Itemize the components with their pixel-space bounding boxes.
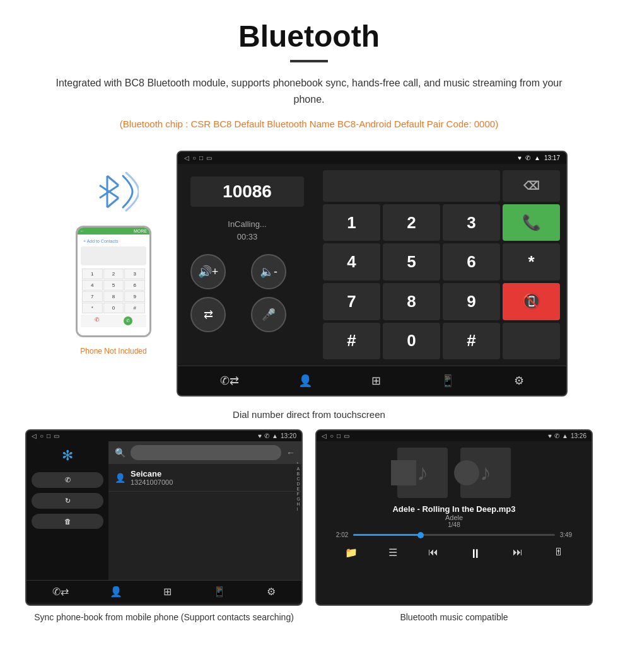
progress-fill — [353, 534, 424, 536]
contact-sidebar: ✻ ✆ ↻ 🗑 — [26, 441, 108, 580]
next-button[interactable]: ⏭ — [513, 547, 523, 561]
search-input-display[interactable] — [131, 445, 281, 460]
song-title: Adele - Rolling In the Deep.mp3 — [392, 504, 515, 514]
music-info: Adele - Rolling In the Deep.mp3 Adele 1/… — [392, 504, 515, 528]
music-progress: 2:02 3:49 — [336, 531, 572, 538]
keypad-nav-icon[interactable]: ⊞ — [371, 374, 381, 388]
svg-line-3 — [107, 198, 119, 207]
delete-sidebar-btn[interactable]: 🗑 — [32, 514, 103, 529]
dial-bottom-nav: ✆⇄ 👤 ⊞ 📱 ⚙ — [178, 366, 566, 395]
music-caption: Bluetooth music compatible — [394, 606, 514, 624]
contact-nav-bar: ✆⇄ 👤 ⊞ 📱 ⚙ — [26, 580, 301, 603]
volume-down-button[interactable]: 🔈- — [251, 254, 286, 289]
search-icon: 🔍 — [115, 448, 125, 458]
music-screen-body: ♪ ♪ Adele - Rolling In the Deep.mp3 Adel… — [317, 441, 592, 580]
bottom-screenshots: ◁ ○ □ ▭ ♥ ✆ ▲ 13:20 ✻ ✆ ↻ — [0, 429, 618, 637]
music-shot: ◁ ○ □ ▭ ♥ ✆ ▲ 13:26 — [315, 429, 593, 624]
time-total: 3:49 — [560, 531, 572, 538]
key-6[interactable]: 6 — [443, 243, 500, 281]
key-4[interactable]: 4 — [323, 243, 380, 281]
description-text: Integrated with BC8 Bluetooth module, su… — [0, 75, 618, 113]
left-disc — [391, 460, 416, 485]
contact-number: 13241007000 — [131, 478, 173, 486]
folder-button[interactable]: 📁 — [345, 547, 358, 561]
nav-icons: ◁ ○ □ ▭ — [184, 154, 212, 161]
key-5[interactable]: 5 — [383, 243, 440, 281]
play-pause-button[interactable]: ⏸ — [469, 547, 482, 561]
contact-entry: 👤 Seicane 13241007000 — [108, 464, 301, 492]
key-2[interactable]: 2 — [383, 204, 440, 241]
transfer-nav[interactable]: 📱 — [213, 586, 226, 598]
dial-caption: Dial number direct from touchscreen — [0, 403, 618, 429]
key-hash[interactable]: # — [323, 323, 380, 360]
person-nav[interactable]: 👤 — [110, 586, 122, 598]
dial-controls: 🔊+ 🔈- ⇄ 🎤 — [190, 254, 304, 332]
settings-nav[interactable]: ⚙ — [267, 586, 276, 598]
call-sidebar-btn[interactable]: ✆ — [32, 472, 103, 488]
svg-line-1 — [107, 176, 119, 185]
key-3[interactable]: 3 — [443, 204, 500, 241]
transfer-button[interactable]: ⇄ — [190, 297, 226, 332]
end-call-button[interactable]: 📵 — [503, 283, 560, 320]
key-1[interactable]: 1 — [323, 204, 380, 241]
contact-screen-body: ✻ ✆ ↻ 🗑 🔍 ← 👤 — [26, 441, 301, 580]
key-empty — [503, 323, 560, 360]
phone-keypad: 1 2 3 4 5 6 7 8 9 * 0 # — [81, 267, 146, 315]
contact-shot: ◁ ○ □ ▭ ♥ ✆ ▲ 13:20 ✻ ✆ ↻ — [25, 429, 303, 624]
equalizer-button[interactable]: 🎚 — [554, 547, 564, 561]
phone-nav-icon[interactable]: ✆⇄ — [220, 374, 239, 388]
backspace-key[interactable]: ⌫ — [503, 170, 560, 202]
contacts-nav-icon[interactable]: 👤 — [298, 374, 312, 388]
dial-number: 10086 — [190, 177, 304, 207]
back-arrow-icon: ← — [286, 448, 295, 458]
right-disc — [454, 460, 479, 485]
phone-green-bar: ← MORE — [78, 228, 149, 235]
sync-sidebar-btn[interactable]: ↻ — [32, 493, 103, 509]
dial-section: ← MORE + Add to Contacts 1 2 3 4 5 6 7 8… — [0, 144, 618, 403]
bluetooth-waves-icon — [88, 170, 139, 214]
bluetooth-icon-area — [88, 170, 139, 216]
in-calling-text: InCalling... — [190, 219, 304, 229]
orange-note: (Bluetooth chip : CSR BC8 Default Blueto… — [0, 113, 618, 144]
not-included-label: Phone Not Included — [80, 347, 146, 356]
music-status-bar: ◁ ○ □ ▭ ♥ ✆ ▲ 13:26 — [317, 431, 592, 441]
contact-search-bar: 🔍 ← — [108, 441, 301, 464]
android-dial-screen: ◁ ○ □ ▭ ♥ ✆ ▲ 13:17 10086 InCalling... 0… — [177, 151, 568, 397]
bt-sidebar-icon: ✻ — [32, 448, 103, 464]
mic-button[interactable]: 🎤 — [251, 297, 286, 332]
contact-list: 🔍 ← 👤 Seicane 13241007000 — [108, 441, 301, 580]
progress-bar[interactable] — [353, 534, 554, 536]
settings-nav-icon[interactable]: ⚙ — [514, 374, 524, 388]
dial-body: 10086 InCalling... 00:33 🔊+ 🔈- ⇄ 🎤 ⌫ — [178, 164, 566, 366]
transfer-nav-icon[interactable]: 📱 — [441, 374, 455, 388]
title-divider — [290, 60, 328, 62]
progress-dot — [417, 532, 424, 538]
phone-nav[interactable]: ✆⇄ — [52, 586, 69, 598]
status-icons: ♥ ✆ ▲ 13:17 — [518, 154, 560, 161]
volume-up-button[interactable]: 🔊+ — [190, 254, 226, 289]
music-screen: ◁ ○ □ ▭ ♥ ✆ ▲ 13:26 — [315, 429, 593, 606]
key-star[interactable]: * — [503, 243, 560, 281]
key-0[interactable]: 0 — [383, 323, 440, 360]
status-bar: ◁ ○ □ ▭ ♥ ✆ ▲ 13:17 — [178, 152, 566, 164]
key-7[interactable]: 7 — [323, 283, 380, 320]
list-button[interactable]: ☰ — [388, 547, 397, 561]
dial-right: ⌫ 1 2 3 📞 4 5 6 * 7 8 — [317, 164, 566, 366]
dial-left: 10086 InCalling... 00:33 🔊+ 🔈- ⇄ 🎤 — [178, 164, 317, 366]
phone-mockup: ← MORE + Add to Contacts 1 2 3 4 5 6 7 8… — [76, 226, 151, 337]
key-9[interactable]: 9 — [443, 283, 500, 320]
contact-caption: Sync phone-book from mobile phone (Suppo… — [28, 606, 300, 624]
prev-button[interactable]: ⏮ — [428, 547, 438, 561]
key-8[interactable]: 8 — [383, 283, 440, 320]
grid-nav[interactable]: ⊞ — [163, 586, 172, 598]
person-icon: 👤 — [115, 473, 125, 483]
page-title: Bluetooth — [0, 0, 618, 60]
contact-name: Seicane — [131, 469, 173, 478]
artist-name: Adele — [392, 514, 515, 521]
phone-mockup-screen: + Add to Contacts 1 2 3 4 5 6 7 8 9 * 0 … — [78, 235, 149, 335]
track-info: 1/48 — [392, 521, 515, 528]
contact-status-bar: ◁ ○ □ ▭ ♥ ✆ ▲ 13:20 — [26, 431, 301, 441]
music-controls: 📁 ☰ ⏮ ⏸ ⏭ 🎚 — [323, 543, 585, 564]
key-pound[interactable]: # — [443, 323, 500, 360]
call-button[interactable]: 📞 — [503, 204, 560, 241]
